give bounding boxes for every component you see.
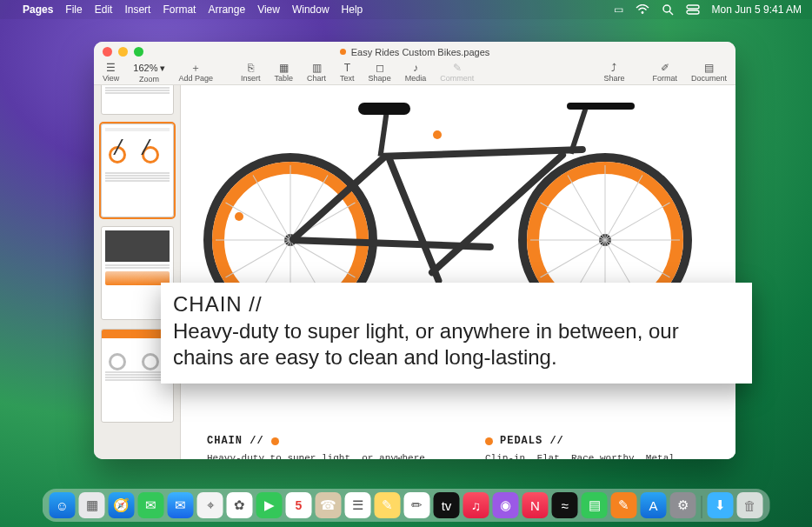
hover-text-overlay: CHAIN // Heavy-duty to super light, or a… — [161, 283, 752, 384]
dock-stocks[interactable]: ≈ — [552, 492, 578, 518]
pedals-block: PEDALS // Clip-in. Flat. Race worthy. Me… — [485, 435, 711, 459]
dock-downloads[interactable]: ⬇ — [708, 492, 734, 518]
sidebar-icon: ☰ — [106, 63, 116, 73]
chain-label: CHAIN // — [207, 435, 264, 447]
toolbar-text[interactable]: TText — [340, 63, 355, 83]
media-icon: ♪ — [413, 63, 418, 73]
toolbar-table[interactable]: ▦Table — [275, 63, 294, 83]
document-title: Easy Rides Custom Bikes.pages — [351, 47, 490, 57]
document-icon: ▤ — [704, 63, 714, 73]
dock-podcasts[interactable]: ◉ — [493, 492, 519, 518]
toolbar-zoom[interactable]: 162%▾ Zoom — [133, 63, 164, 83]
menu-edit[interactable]: Edit — [95, 3, 113, 16]
dock-music[interactable]: ♫ — [463, 492, 489, 518]
toolbar-add-page[interactable]: ＋ Add Page — [179, 63, 214, 83]
menu-window[interactable]: Window — [292, 3, 329, 16]
toolbar-shape[interactable]: ◻Shape — [369, 63, 391, 83]
titlebar: Easy Rides Custom Bikes.pages ☰ View 162… — [94, 42, 735, 85]
dock-notes[interactable]: ✎ — [375, 492, 401, 518]
toolbar-media[interactable]: ♪Media — [405, 63, 427, 83]
spotlight-icon[interactable] — [662, 3, 674, 16]
pedals-body: Clip-in. Flat. Race worthy. Metal. Nonsl… — [485, 452, 711, 459]
dock-launchpad[interactable]: ▦ — [79, 492, 105, 518]
chain-block: CHAIN // Heavy-duty to super light, or a… — [207, 435, 433, 459]
dock-reminders[interactable]: ☰ — [345, 492, 371, 518]
chain-body: Heavy-duty to super light, or anywhere i… — [207, 452, 433, 459]
document-modified-indicator — [340, 49, 346, 55]
dock-maps[interactable]: ⌖ — [197, 492, 223, 518]
callout-dot — [235, 212, 243, 221]
dock-trash[interactable]: 🗑 — [737, 492, 763, 518]
insert-icon: ⎘ — [248, 63, 254, 73]
toolbar-insert[interactable]: ⎘Insert — [241, 63, 261, 83]
svg-point-1 — [663, 5, 670, 12]
menu-insert[interactable]: Insert — [124, 3, 150, 16]
dock-separator — [702, 496, 702, 518]
chevron-down-icon: ▾ — [160, 63, 165, 74]
hover-text-heading: CHAIN // — [173, 291, 740, 318]
dock-calendar[interactable]: 5 — [286, 492, 312, 518]
dock-tv[interactable]: tv — [434, 492, 460, 518]
svg-point-0 — [641, 11, 643, 14]
page-thumbnail-1[interactable] — [101, 85, 174, 115]
battery-icon[interactable]: ▭ — [614, 3, 623, 16]
dock-photos[interactable]: ✿ — [227, 492, 253, 518]
toolbar-comment[interactable]: ✎Comment — [440, 63, 474, 83]
toolbar-format[interactable]: ✐Format — [652, 63, 677, 83]
format-icon: ✐ — [661, 63, 669, 73]
menu-view[interactable]: View — [257, 3, 280, 16]
comment-icon: ✎ — [453, 63, 462, 73]
window-controls — [103, 47, 143, 57]
dock-news[interactable]: N — [522, 492, 549, 518]
page-thumbnails: 2 — [94, 85, 181, 459]
text-icon: T — [344, 63, 350, 73]
callout-dot — [271, 437, 279, 445]
dock-settings[interactable]: ⚙ — [670, 492, 696, 518]
menu-help[interactable]: Help — [342, 3, 363, 16]
pages-window: Easy Rides Custom Bikes.pages ☰ View 162… — [94, 42, 735, 459]
pedals-label: PEDALS // — [500, 435, 564, 447]
close-button[interactable] — [103, 47, 112, 57]
document-page: CHAIN // Heavy-duty to super light, or a… — [181, 85, 735, 459]
app-menu[interactable]: Pages — [23, 3, 53, 16]
dock-freeform[interactable]: ✏ — [404, 492, 430, 518]
svg-rect-4 — [687, 10, 699, 14]
callout-dot — [485, 437, 493, 445]
dock: ☺▦🧭✉✉⌖✿▶5☎☰✎✏tv♫◉N≈▤✎A⚙ ⬇🗑 — [43, 489, 770, 522]
toolbar-chart[interactable]: ▥Chart — [307, 63, 326, 83]
toolbar-view[interactable]: ☰ View — [103, 63, 119, 83]
dock-appstore[interactable]: A — [641, 492, 667, 518]
toolbar-document[interactable]: ▤Document — [691, 63, 727, 83]
menu-format[interactable]: Format — [163, 3, 196, 16]
document-canvas[interactable]: CHAIN // Heavy-duty to super light, or a… — [181, 85, 735, 459]
fullscreen-button[interactable] — [134, 47, 143, 57]
menu-file[interactable]: File — [65, 3, 82, 16]
dock-messages[interactable]: ✉ — [138, 492, 164, 518]
hover-text-body: Heavy-duty to super light, or anywhere i… — [173, 318, 740, 371]
share-icon: ⤴ — [611, 63, 616, 73]
menubar: Pages File Edit Insert Format Arrange Vi… — [0, 0, 812, 19]
callout-dot — [433, 130, 442, 139]
page-thumbnail-2[interactable]: 2 — [101, 123, 174, 217]
control-center-icon[interactable] — [686, 4, 700, 15]
dock-finder[interactable]: ☺ — [50, 492, 76, 518]
svg-rect-3 — [687, 5, 699, 9]
shape-icon: ◻ — [376, 63, 384, 73]
dock-mail[interactable]: ✉ — [168, 492, 194, 518]
chart-icon: ▥ — [312, 63, 322, 73]
toolbar: ☰ View 162%▾ Zoom ＋ Add Page ⎘Insert ▦Ta… — [94, 63, 735, 84]
plus-icon: ＋ — [190, 63, 201, 73]
toolbar-share[interactable]: ⤴Share — [603, 63, 624, 83]
window-title: Easy Rides Custom Bikes.pages — [340, 47, 490, 57]
dock-pages[interactable]: ✎ — [611, 492, 637, 518]
dock-contacts[interactable]: ☎ — [316, 492, 342, 518]
wifi-icon[interactable] — [636, 4, 649, 15]
dock-facetime[interactable]: ▶ — [256, 492, 283, 518]
dock-numbers[interactable]: ▤ — [582, 492, 608, 518]
table-icon: ▦ — [279, 63, 289, 73]
menu-arrange[interactable]: Arrange — [208, 3, 245, 16]
dock-safari[interactable]: 🧭 — [109, 492, 135, 518]
menubar-clock[interactable]: Mon Jun 5 9:41 AM — [712, 3, 802, 16]
minimize-button[interactable] — [118, 47, 128, 57]
svg-line-2 — [669, 11, 673, 15]
